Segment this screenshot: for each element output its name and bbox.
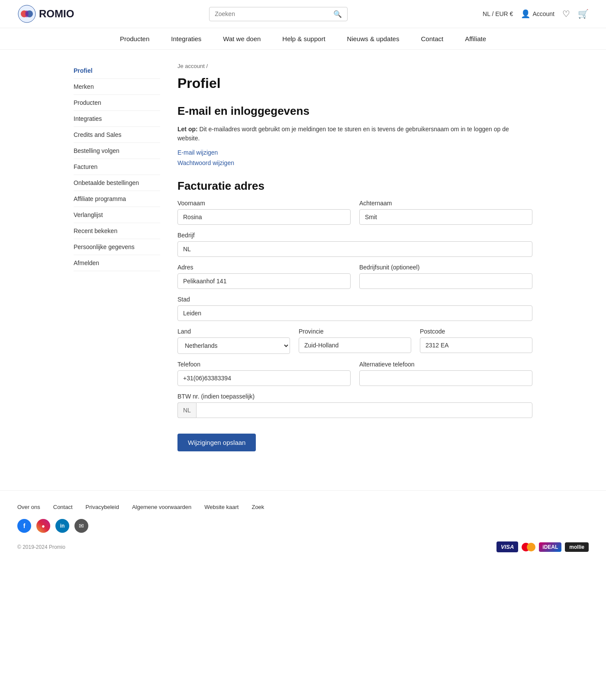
land-select[interactable]: Netherlands Belgium Germany [177, 337, 290, 354]
stad-label: Stad [177, 296, 532, 303]
ideal-icon: iDEAL [539, 542, 561, 552]
provincie-input[interactable] [299, 337, 411, 353]
telefoon-input[interactable] [177, 370, 351, 386]
change-email-link[interactable]: E-mail wijzigen [177, 149, 532, 156]
name-row: Voornaam Achternaam [177, 200, 532, 225]
adres-group: Adres [177, 264, 351, 289]
land-group: Land Netherlands Belgium Germany [177, 328, 290, 354]
land-label: Land [177, 328, 290, 335]
alt-telefoon-label: Alternatieve telefoon [359, 361, 532, 368]
sidebar-item-onbetaalde-bestellingen[interactable]: Onbetaalde bestellingen [74, 175, 160, 191]
visa-icon: VISA [496, 541, 518, 552]
header: ROMIO 🔍 NL / EUR € 👤 Account ♡ 🛒 [0, 0, 606, 28]
land-row: Land Netherlands Belgium Germany Provinc… [177, 328, 532, 354]
nav-item-contact[interactable]: Contact [421, 35, 443, 42]
breadcrumb: Je account / [177, 63, 532, 69]
bedrijfsunit-input[interactable] [359, 273, 532, 289]
main-content: Je account / Profiel E-mail en inloggege… [177, 63, 532, 451]
sidebar-item-merken[interactable]: Merken [74, 79, 160, 95]
account-icon: 👤 [521, 9, 530, 19]
search-bar[interactable]: 🔍 [209, 7, 348, 21]
nav-item-help-&-support[interactable]: Help & support [282, 35, 325, 42]
nav-item-nieuws-&-updates[interactable]: Nieuws & updates [347, 35, 400, 42]
adres-label: Adres [177, 264, 351, 271]
footer-social: f ● in ✉ [17, 519, 589, 533]
footer-link-zoek[interactable]: Zoek [251, 504, 264, 510]
postcode-input[interactable] [420, 337, 532, 353]
provincie-label: Provincie [299, 328, 411, 335]
sidebar-item-producten[interactable]: Producten [74, 95, 160, 111]
telefoon-label: Telefoon [177, 361, 351, 368]
search-icon: 🔍 [333, 10, 342, 18]
footer-link-privacybeleid[interactable]: Privacybeleid [86, 504, 119, 510]
email-section-title: E-mail en inloggegevens [177, 104, 532, 118]
sidebar-item-affiliate-programma[interactable]: Affiliate programma [74, 191, 160, 207]
mc-orange [527, 543, 535, 551]
sidebar-item-verlanglijst[interactable]: Verlanglijst [74, 207, 160, 223]
nav-item-producten[interactable]: Producten [120, 35, 149, 42]
sidebar-item-credits-and-sales[interactable]: Credits and Sales [74, 127, 160, 143]
mastercard-icon [522, 543, 535, 551]
voornaam-group: Voornaam [177, 200, 351, 225]
bedrijf-input[interactable] [177, 241, 532, 257]
email-icon[interactable]: ✉ [74, 519, 88, 533]
stad-group: Stad [177, 296, 532, 321]
main-container: ProfielMerkenProductenIntegratiesCredits… [65, 50, 541, 464]
svg-point-3 [25, 10, 29, 17]
payment-icons: VISA iDEAL mollie [496, 541, 589, 552]
facebook-icon[interactable]: f [17, 519, 31, 533]
telefoon-group: Telefoon [177, 361, 351, 386]
achternaam-label: Achternaam [359, 200, 532, 207]
stad-input[interactable] [177, 305, 532, 321]
copyright: © 2019-2024 Promio [17, 544, 65, 550]
bedrijf-row: Bedrijf [177, 232, 532, 257]
adres-input[interactable] [177, 273, 351, 289]
logo[interactable]: ROMIO [17, 4, 74, 23]
wishlist-icon[interactable]: ♡ [562, 9, 570, 19]
btw-input[interactable] [196, 402, 532, 418]
sidebar-item-profiel[interactable]: Profiel [74, 63, 160, 79]
btw-label: BTW nr. (indien toepasselijk) [177, 393, 532, 400]
alt-telefoon-group: Alternatieve telefoon [359, 361, 532, 386]
bedrijf-group: Bedrijf [177, 232, 532, 257]
sidebar-item-afmelden[interactable]: Afmelden [74, 255, 160, 271]
nav-item-wat-we-doen[interactable]: Wat we doen [223, 35, 261, 42]
bedrijfsunit-group: Bedrijfsunit (optioneel) [359, 264, 532, 289]
header-right: NL / EUR € 👤 Account ♡ 🛒 [483, 9, 589, 19]
nav-item-integraties[interactable]: Integraties [171, 35, 201, 42]
sidebar-item-recent-bekeken[interactable]: Recent bekeken [74, 223, 160, 239]
billing-section: Facturatie adres Voornaam Achternaam Bed… [177, 179, 532, 451]
stad-row: Stad [177, 296, 532, 321]
billing-section-title: Facturatie adres [177, 179, 532, 193]
linkedin-icon[interactable]: in [55, 519, 69, 533]
save-button[interactable]: Wijzigingen opslaan [177, 434, 256, 451]
instagram-icon[interactable]: ● [36, 519, 50, 533]
footer-link-contact[interactable]: Contact [53, 504, 73, 510]
footer-links: Over onsContactPrivacybeleidAlgemene voo… [17, 504, 589, 510]
cart-icon[interactable]: 🛒 [578, 9, 589, 19]
sidebar-item-facturen[interactable]: Facturen [74, 159, 160, 175]
sidebar-item-bestelling-volgen[interactable]: Bestelling volgen [74, 143, 160, 159]
sidebar-item-persoonlijke-gegevens[interactable]: Persoonlijke gegevens [74, 239, 160, 255]
sidebar: ProfielMerkenProductenIntegratiesCredits… [74, 63, 160, 451]
voornaam-label: Voornaam [177, 200, 351, 207]
nav-item-affiliate[interactable]: Affiliate [465, 35, 486, 42]
footer-link-website-kaart[interactable]: Website kaart [204, 504, 239, 510]
sidebar-item-integraties[interactable]: Integraties [74, 111, 160, 127]
bedrijf-label: Bedrijf [177, 232, 532, 239]
btw-row-outer: BTW nr. (indien toepasselijk) NL [177, 393, 532, 418]
achternaam-input[interactable] [359, 209, 532, 225]
alt-telefoon-input[interactable] [359, 370, 532, 386]
mollie-icon: mollie [565, 542, 589, 552]
change-password-link[interactable]: Wachtwoord wijzigen [177, 159, 532, 166]
logo-text: ROMIO [39, 8, 74, 20]
footer: Over onsContactPrivacybeleidAlgemene voo… [0, 490, 606, 561]
search-input[interactable] [215, 10, 333, 17]
footer-link-over-ons[interactable]: Over ons [17, 504, 40, 510]
voornaam-input[interactable] [177, 209, 351, 225]
account-button[interactable]: 👤 Account [521, 9, 554, 19]
telefoon-row: Telefoon Alternatieve telefoon [177, 361, 532, 386]
btw-input-row: NL [177, 402, 532, 418]
footer-link-algemene-voorwaarden[interactable]: Algemene voorwaarden [132, 504, 191, 510]
achternaam-group: Achternaam [359, 200, 532, 225]
